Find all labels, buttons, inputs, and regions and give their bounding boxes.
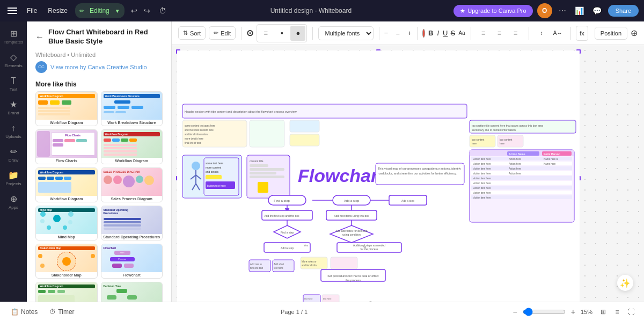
sidebar-item-templates[interactable]: ⊞ Templates xyxy=(3,26,24,47)
bottom-right: − + 15% ⊞ ≡ ⛶ xyxy=(510,305,638,318)
template-item-3[interactable]: Flow Charts Flow Charts xyxy=(35,129,98,164)
svg-rect-118 xyxy=(290,134,319,146)
svg-rect-19 xyxy=(250,172,276,174)
font-size-value: – xyxy=(391,30,404,37)
svg-text:Add short: Add short xyxy=(274,263,284,266)
sidebar-item-apps[interactable]: ⊕ Apps xyxy=(3,191,24,213)
svg-text:Add one to: Add one to xyxy=(250,263,262,266)
strikethrough-btn[interactable]: S̶ xyxy=(451,26,455,41)
stats-icon[interactable]: 📊 xyxy=(573,4,586,17)
templates-label: Templates xyxy=(4,40,23,45)
bold-btn[interactable]: B xyxy=(428,26,433,41)
svg-text:No: No xyxy=(363,245,367,249)
template-item-9[interactable]: Stakeholder Map Stakeholder Map xyxy=(35,244,98,279)
sidebar-item-brand[interactable]: ★ Brand xyxy=(3,97,24,118)
list-style-3[interactable]: ● xyxy=(290,26,305,41)
template-item-1[interactable]: Workflow Diagram Workflow Diagram xyxy=(35,91,98,126)
sort-label: Sort xyxy=(190,30,201,37)
uploads-label: Uploads xyxy=(5,134,21,139)
apps-icon: ⊕ xyxy=(10,194,17,204)
underline-btn[interactable]: U xyxy=(443,26,448,41)
menu-resize[interactable]: Resize xyxy=(45,5,71,17)
sidebar-item-projects[interactable]: 📁 Projects xyxy=(3,167,24,189)
svg-text:Action here: Action here xyxy=(509,167,521,170)
user-avatar[interactable]: O xyxy=(537,3,552,18)
template-item-8[interactable]: Standard Operating Procedures Standard O… xyxy=(101,206,163,240)
font-size-minus[interactable]: − xyxy=(384,26,389,41)
menu-file[interactable]: File xyxy=(24,5,40,17)
magic-text-btn[interactable]: ⊙ xyxy=(246,26,253,41)
author-link[interactable]: View more by Canva Creative Studio xyxy=(50,64,147,70)
template-item-6[interactable]: SALES PROCESS DIAGRAM Sales Process Diag… xyxy=(101,167,163,202)
font-selector[interactable]: Multiple fonts xyxy=(318,26,374,40)
view-list-btn[interactable]: ≡ xyxy=(611,305,624,318)
align-right-btn[interactable]: ≡ xyxy=(508,26,523,41)
sidebar-item-text[interactable]: T Text xyxy=(3,73,24,94)
list-style-1[interactable]: ≡ xyxy=(258,26,273,41)
menu-editing[interactable]: Editing xyxy=(86,5,113,17)
notes-button[interactable]: 📋 Notes xyxy=(6,306,42,318)
timer-top-icon[interactable]: ⏱ xyxy=(157,4,169,17)
view-fullscreen-btn[interactable]: ⛶ xyxy=(625,305,638,318)
svg-text:Additional steps as needed: Additional steps as needed xyxy=(353,244,385,247)
zoom-plus-btn[interactable]: + xyxy=(568,307,579,317)
more-options-icon[interactable]: ⋯ xyxy=(557,4,568,17)
svg-text:Action Name: Action Name xyxy=(509,152,525,156)
sidebar-item-elements[interactable]: ◇ Elements xyxy=(3,49,24,71)
case-btn[interactable]: Aa xyxy=(458,26,465,41)
templates-icon: ⊞ xyxy=(10,28,17,39)
edit-button[interactable]: ✏ Edit xyxy=(209,26,236,40)
align-left-btn[interactable]: ≡ xyxy=(476,26,491,41)
template-item-11[interactable]: Workflow Diagram Workflow Diagram xyxy=(35,282,98,302)
timer-button[interactable]: ⏱ Timer xyxy=(45,306,78,318)
svg-text:Action here: Action here xyxy=(509,172,521,175)
undo-btn[interactable]: ↩ xyxy=(129,4,140,17)
template-label-8: Standard Operating Procedures xyxy=(101,234,163,240)
redo-btn[interactable]: ↪ xyxy=(142,4,152,17)
italic-btn[interactable]: I xyxy=(436,26,440,41)
template-thumb-11: Workflow Diagram xyxy=(36,282,97,302)
template-item-4[interactable]: Workflow Diagram Workflow Diagram xyxy=(101,129,163,164)
template-item-2[interactable]: Work Breakdown Structure Work Breakdown … xyxy=(101,91,163,126)
svg-text:Add a step: Add a step xyxy=(401,199,414,202)
template-grid: Workflow Diagram Workflow Diagram Work B… xyxy=(27,91,171,302)
canvas[interactable]: some text here more content and details … xyxy=(172,45,644,302)
svg-text:Add a step: Add a step xyxy=(281,246,294,250)
svg-text:Action item here: Action item here xyxy=(473,192,491,194)
menu-icon[interactable] xyxy=(5,5,19,16)
template-item-7[interactable]: Mind Map Mind Map xyxy=(35,206,98,240)
back-button[interactable]: ← xyxy=(35,32,44,42)
upgrade-button[interactable]: ★ Upgrade to Canva Pro xyxy=(453,5,532,17)
list-style-2[interactable]: ▪ xyxy=(274,26,289,41)
sidebar-item-uploads[interactable]: ↑ Uploads xyxy=(3,120,24,142)
zoom-minus-btn[interactable]: − xyxy=(510,307,521,317)
line-spacing-btn[interactable]: ↕ xyxy=(534,26,549,41)
sidebar-item-draw[interactable]: ✏ Draw xyxy=(3,144,24,165)
more-options-toolbar-btn[interactable]: ⊕ xyxy=(631,26,638,41)
template-item-5[interactable]: Workflow Diagram Workflow Diagram xyxy=(35,167,98,202)
view-grid-btn[interactable]: ⊞ xyxy=(597,305,610,318)
sort-button[interactable]: ⇅ Sort xyxy=(178,26,206,40)
text-icon: T xyxy=(11,76,16,86)
template-thumb-5: Workflow Diagram xyxy=(36,168,97,196)
panel-title: Flow Chart Whiteboard in Red Blue Basic … xyxy=(48,28,163,46)
svg-text:This visual map of our process: This visual map of our processes can gui… xyxy=(378,167,461,170)
font-size-plus[interactable]: + xyxy=(407,26,412,41)
zoom-slider[interactable] xyxy=(523,308,566,316)
toolbar: ⇅ Sort ✏ Edit ⊙ ≡ ▪ ● Multiple fonts − –… xyxy=(172,21,644,45)
edit-icon: ✏ xyxy=(214,30,218,37)
svg-text:Add the first step and the box: Add the first step and the box xyxy=(264,214,299,217)
share-button[interactable]: Share xyxy=(608,5,639,17)
template-item-12[interactable]: Decision Tree Decision Tree xyxy=(101,282,163,302)
letter-spacing-btn[interactable]: A↔ xyxy=(550,26,565,41)
canva-magic-button[interactable]: ✨ xyxy=(617,275,633,291)
svg-text:Set procedures for that to dea: Set procedures for that to deal or effec… xyxy=(327,274,379,278)
template-item-10[interactable]: Flowchart Start Process Flowchart xyxy=(101,244,163,279)
align-center-btn[interactable]: ≡ xyxy=(492,26,507,41)
effects-btn[interactable]: fx xyxy=(576,26,588,41)
position-button[interactable]: Position xyxy=(595,27,627,40)
whiteboard-svg: some text here more content and details … xyxy=(177,50,585,302)
comments-icon[interactable]: 💬 xyxy=(590,4,604,17)
svg-text:Add alternates for decision: Add alternates for decision xyxy=(335,229,367,232)
text-color-btn[interactable] xyxy=(422,29,425,38)
